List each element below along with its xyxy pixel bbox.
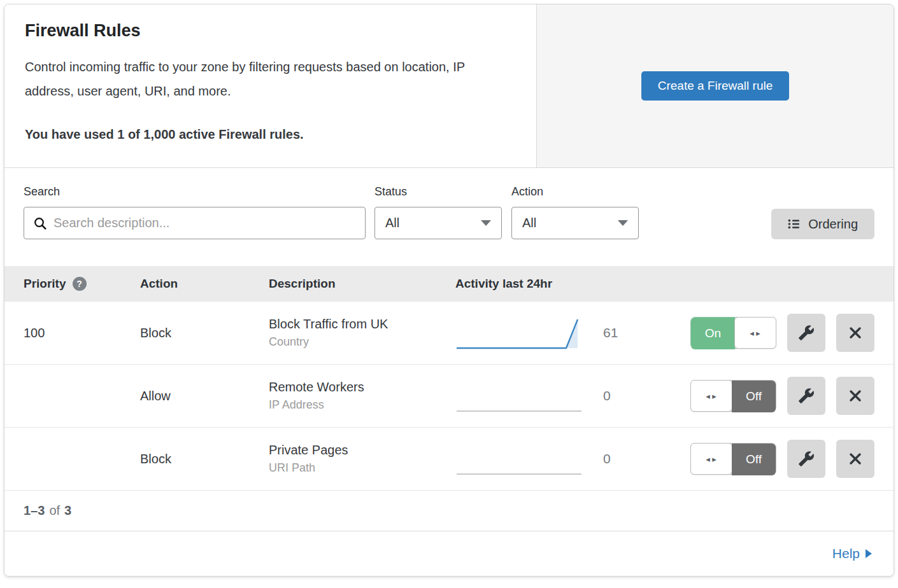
rule-action: Block [140,452,269,466]
delete-rule-button[interactable] [836,377,874,415]
rule-enabled-toggle[interactable]: On ◂ ▸ [690,317,776,349]
rule-description-cell: Remote Workers IP Address [269,380,455,412]
status-select[interactable]: All [374,207,502,239]
table-header: Priority ? Action Description Activity l… [4,266,894,302]
header-text-panel: Firewall Rules Control incoming traffic … [4,4,537,167]
close-icon [848,451,863,466]
rule-action: Allow [140,389,269,403]
chevron-right-icon [866,549,872,558]
column-activity: Activity last 24hr [455,277,874,291]
edit-rule-button[interactable] [787,377,825,415]
toggle-handle-icon: ◂ ▸ [690,380,732,412]
close-icon [848,388,863,403]
column-priority: Priority ? [24,277,140,291]
ordering-button[interactable]: Ordering [771,209,874,239]
toggle-state-label: On [691,318,735,349]
rule-activity-cell: 0 ◂ ▸ Off [455,440,874,478]
column-description: Description [269,277,455,291]
search-box[interactable] [24,207,366,239]
rule-controls: ◂ ▸ Off [690,377,874,415]
rule-controls: On ◂ ▸ [690,314,874,352]
header-section: Firewall Rules Control incoming traffic … [4,4,894,168]
status-group: Status All [374,185,502,239]
rule-description: Private Pages [269,443,455,458]
search-input[interactable] [53,216,356,230]
rule-description: Remote Workers [269,380,455,395]
rule-controls: ◂ ▸ Off [690,440,874,478]
rule-description-cell: Private Pages URI Path [269,443,455,475]
activity-count: 0 [603,388,611,403]
edit-rule-button[interactable] [787,314,825,352]
table-row: Allow Remote Workers IP Address 0 ◂ ▸ Of… [4,365,894,428]
action-group: Action All [511,185,639,239]
rule-action: Block [140,326,269,340]
table-row: 100 Block Block Traffic from UK Country … [4,302,894,365]
wrench-icon [798,388,815,404]
page-description: Control incoming traffic to your zone by… [25,55,512,103]
rule-activity-cell: 0 ◂ ▸ Off [455,377,874,415]
help-link-label: Help [832,546,860,561]
rule-match-type: Country [269,335,455,349]
chevron-down-icon [618,220,628,226]
list-ordering-icon [788,218,801,230]
ordering-button-label: Ordering [808,217,858,232]
action-label: Action [511,185,639,199]
pagination-of-label: of [49,503,60,518]
activity-count: 0 [603,451,611,466]
status-selected-value: All [385,216,399,230]
rule-match-type: IP Address [269,398,455,412]
close-icon [848,325,863,340]
filter-bar: Search Status All Action All [4,168,894,266]
delete-rule-button[interactable] [836,314,874,352]
rule-activity-cell: 61 On ◂ ▸ [455,314,874,352]
usage-note: You have used 1 of 1,000 active Firewall… [25,127,516,142]
toggle-state-label: Off [732,444,776,475]
wrench-icon [798,325,815,341]
edit-rule-button[interactable] [787,440,825,478]
create-firewall-rule-button[interactable]: Create a Firewall rule [641,71,790,101]
toggle-handle-icon: ◂ ▸ [690,443,732,475]
activity-count: 61 [603,325,618,340]
pagination-bar: 1–3 of 3 [4,491,894,531]
rule-enabled-toggle[interactable]: ◂ ▸ Off [690,380,776,412]
status-label: Status [374,185,502,199]
rule-priority: 100 [24,326,140,340]
action-select[interactable]: All [511,207,639,239]
priority-help-icon[interactable]: ? [73,277,87,291]
page-title: Firewall Rules [25,21,516,41]
column-action: Action [140,277,269,291]
search-group: Search [24,185,366,239]
activity-sparkline [455,314,583,351]
activity-sparkline [455,377,583,414]
chevron-down-icon [481,220,491,226]
action-selected-value: All [522,216,536,230]
rule-description: Block Traffic from UK [269,317,455,332]
help-bar: Help [4,531,894,576]
search-icon [33,216,47,230]
priority-column-label: Priority [24,277,66,291]
rule-description-cell: Block Traffic from UK Country [269,317,455,349]
rule-match-type: URI Path [269,461,455,475]
search-label: Search [24,185,366,199]
activity-sparkline [455,440,583,477]
pagination-total: 3 [64,503,71,518]
help-link[interactable]: Help [832,546,872,561]
delete-rule-button[interactable] [836,440,874,478]
table-row: Block Private Pages URI Path 0 ◂ ▸ Off [4,428,894,491]
toggle-handle-icon: ◂ ▸ [734,317,776,349]
wrench-icon [798,451,815,467]
toggle-state-label: Off [732,381,776,412]
pagination-range: 1–3 [24,503,45,518]
header-action-panel: Create a Firewall rule [537,4,894,167]
firewall-rules-card: Firewall Rules Control incoming traffic … [4,4,894,577]
rule-enabled-toggle[interactable]: ◂ ▸ Off [690,443,776,475]
